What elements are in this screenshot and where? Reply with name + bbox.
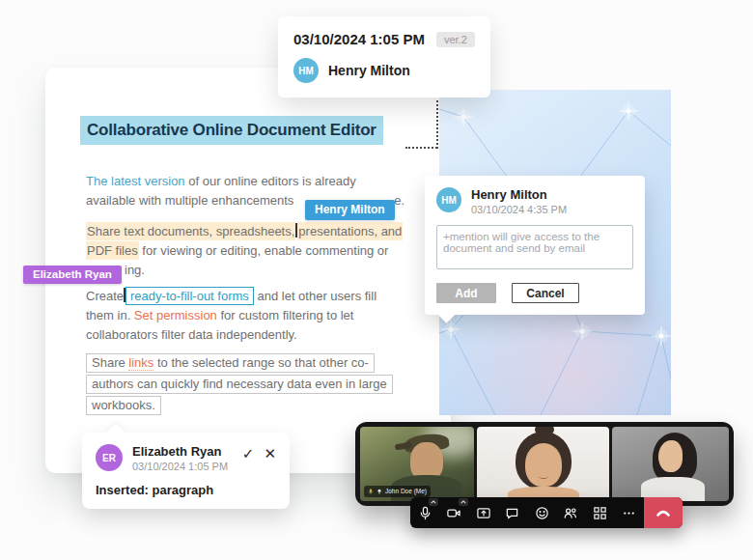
participant-art	[658, 440, 683, 472]
tracked-change-card: ER Elizabeth Ryan 03/10/2024 1:05 PM ✓ ✕…	[82, 433, 290, 509]
participant-name-badge: John Doe (Me)	[364, 486, 431, 498]
doc-paragraph-3[interactable]: Createready-to-fill-out forms and let ot…	[86, 287, 376, 345]
p1-text: of our online editors is already	[185, 174, 356, 188]
more-options-button[interactable]	[615, 497, 644, 528]
share-screen-button[interactable]	[469, 497, 498, 528]
reject-change-icon[interactable]: ✕	[264, 445, 276, 462]
link-latest-version[interactable]: The latest version	[86, 174, 185, 188]
more-dots-icon	[622, 506, 636, 520]
add-button[interactable]: Add	[436, 283, 496, 303]
comment-author-name: Henry Milton	[471, 187, 567, 202]
version-timestamp: 03/10/2024 1:05 PM	[293, 31, 425, 47]
apps-grid-icon	[593, 506, 607, 520]
chat-icon	[505, 506, 519, 520]
hang-up-button[interactable]	[644, 497, 683, 528]
change-timestamp: 03/10/2024 1:05 PM	[132, 461, 228, 472]
smiley-icon	[535, 506, 549, 520]
participants-button[interactable]	[556, 497, 585, 528]
participant-name: John Doe (Me)	[385, 489, 427, 495]
version-connector-line	[405, 147, 437, 149]
camera-button[interactable]	[439, 497, 468, 528]
cursor-tag-elizabeth-ryan: Elizabeth Ryan	[23, 266, 122, 284]
tracked-change-box: workbooks.	[86, 396, 161, 415]
apps-button[interactable]	[586, 497, 615, 528]
chevron-up-icon[interactable]	[429, 498, 438, 506]
hang-up-icon	[655, 506, 672, 519]
p3-text-2: and let other users fill	[254, 289, 376, 303]
version-author-name: Henry Milton	[328, 63, 410, 78]
link-links[interactable]: links	[128, 355, 153, 371]
share-screen-icon	[476, 506, 491, 520]
video-tile-2[interactable]	[477, 427, 609, 501]
p2-text: for viewing or editing, enable commentin…	[139, 243, 389, 258]
p3-text-4: for custom filtering to let	[217, 308, 354, 322]
participant-art	[525, 443, 562, 487]
version-badge: ver.2	[436, 32, 475, 47]
avatar: HM	[293, 58, 319, 83]
p4-text-4: workbooks.	[92, 398, 155, 412]
p1-tail: e.	[394, 193, 404, 208]
p3-text-5: collaborators filter data independently.	[86, 327, 297, 342]
p4-text: Share	[92, 355, 128, 370]
pin-icon	[376, 489, 382, 494]
comment-input[interactable]	[436, 225, 633, 269]
version-history-popup[interactable]: 03/10/2024 1:05 PM ver.2 HM Henry Milton	[278, 16, 490, 98]
comment-popup: HM Henry Milton 03/10/2024 4:35 PM Add C…	[425, 176, 645, 315]
video-call-panel: John Doe (Me)	[355, 422, 734, 506]
doc-paragraph-4[interactable]: Share links to the selected range so tha…	[86, 353, 393, 417]
chat-button[interactable]	[498, 497, 527, 528]
p1-text-2: available with multiple enhancements	[86, 193, 293, 208]
call-toolbar	[410, 497, 683, 528]
mic-muted-icon	[368, 489, 374, 494]
selected-form-text[interactable]: ready-to-fill-out forms	[126, 287, 254, 305]
highlighted-text: PDF files	[86, 241, 139, 260]
document-title[interactable]: Collaborative Online Document Editor	[80, 116, 383, 145]
microphone-icon	[418, 506, 432, 520]
comment-timestamp: 03/10/2024 4:35 PM	[471, 204, 567, 215]
p3-text: Create	[86, 289, 124, 303]
tracked-change-box: Share links to the selected range so tha…	[86, 353, 375, 373]
avatar: ER	[96, 444, 123, 471]
participants-icon	[563, 506, 578, 520]
p3-text-3: them in.	[86, 308, 134, 322]
accept-change-icon[interactable]: ✓	[242, 445, 255, 462]
cancel-button[interactable]: Cancel	[512, 283, 579, 303]
p4-text-3: authors can quickly find necessary data …	[92, 377, 387, 391]
p4-text-2: to the selected range so that other co-	[153, 355, 369, 370]
video-tile-3[interactable]	[612, 427, 729, 501]
camera-icon	[446, 506, 461, 520]
change-description: Inserted: paragraph	[96, 483, 276, 497]
video-tile-self[interactable]: John Doe (Me)	[360, 427, 474, 501]
highlighted-text: presentations, and	[297, 222, 403, 240]
microphone-button[interactable]	[410, 497, 439, 528]
stage: Collaborative Online Document Editor The…	[0, 0, 753, 560]
chevron-up-icon[interactable]	[459, 498, 468, 506]
doc-paragraph-2[interactable]: Share text documents, spreadsheets,prese…	[86, 222, 403, 280]
avatar: HM	[436, 187, 461, 212]
tracked-change-box: authors can quickly find necessary data …	[86, 375, 393, 394]
highlighted-text: Share text documents, spreadsheets,	[86, 222, 295, 240]
reactions-button[interactable]	[527, 497, 556, 528]
link-set-permission[interactable]: Set permission	[134, 308, 217, 322]
version-connector-line	[436, 100, 438, 149]
participant-art	[539, 473, 548, 479]
change-author-name: Elizabeth Ryan	[132, 444, 228, 459]
cursor-tag-henry-milton: Henry Milton	[305, 200, 395, 220]
p2-tail: ing.	[125, 263, 145, 277]
